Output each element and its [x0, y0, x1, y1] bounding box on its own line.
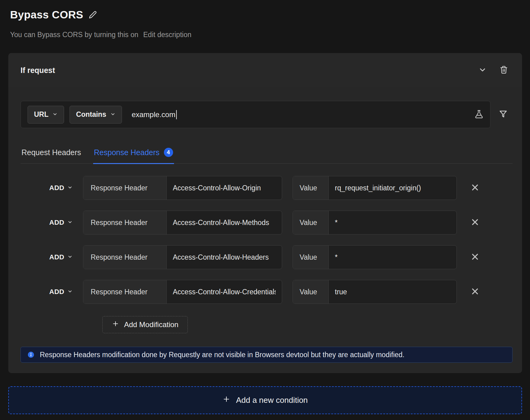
header-value-input[interactable]	[329, 246, 456, 269]
plus-icon	[222, 395, 230, 405]
add-modification-button[interactable]: Add Modification	[102, 316, 188, 333]
page-title: Bypass CORS	[10, 9, 83, 21]
add-new-condition-button[interactable]: Add a new condition	[8, 386, 522, 414]
response-headers-count-badge: 4	[164, 148, 173, 157]
source-url-input[interactable]: example.com	[132, 110, 177, 119]
filter-icon	[498, 109, 508, 120]
header-value-group: Value	[293, 245, 457, 269]
source-key-dropdown[interactable]: URL	[28, 106, 64, 124]
trash-icon	[500, 66, 508, 75]
header-value-input[interactable]	[329, 280, 456, 304]
response-header-label: Response Header	[83, 176, 167, 200]
flask-icon	[475, 110, 483, 120]
value-label: Value	[293, 211, 329, 234]
modification-action-dropdown[interactable]: ADD	[44, 184, 73, 192]
modification-action-label: ADD	[49, 253, 64, 261]
modification-row: ADD Response Header Value	[44, 280, 522, 304]
response-header-label: Response Header	[83, 246, 167, 269]
modification-row: ADD Response Header Value	[44, 245, 522, 269]
value-label: Value	[293, 246, 329, 269]
header-name-input[interactable]	[167, 211, 282, 234]
text-cursor	[176, 110, 177, 119]
chevron-down-icon	[67, 289, 73, 295]
header-name-group: Response Header	[83, 176, 282, 200]
header-name-input[interactable]	[167, 176, 282, 200]
add-new-condition-label: Add a new condition	[236, 395, 308, 405]
source-operator-dropdown[interactable]: Contains	[70, 106, 122, 124]
modification-action-dropdown[interactable]: ADD	[44, 253, 73, 261]
edit-title-pencil-icon[interactable]	[89, 11, 97, 19]
tab-request-headers[interactable]: Request Headers	[21, 148, 82, 164]
header-value-input[interactable]	[329, 176, 456, 200]
header-name-group: Response Header	[83, 280, 282, 304]
header-value-input[interactable]	[329, 211, 456, 234]
modification-action-label: ADD	[49, 288, 64, 296]
modification-action-label: ADD	[49, 219, 64, 227]
modification-action-label: ADD	[49, 184, 64, 192]
page-header: Bypass CORS You can Bypass CORS by turni…	[0, 0, 530, 39]
value-label: Value	[293, 176, 329, 200]
source-condition-bar: URL Contains example.com	[21, 101, 490, 128]
tab-label: Response Headers	[94, 148, 160, 157]
close-icon	[471, 253, 479, 262]
condition-card: If request URL	[8, 53, 522, 373]
add-modification-label: Add Modification	[124, 320, 178, 329]
headers-tabs: Request Headers Response Headers 4	[21, 148, 513, 164]
plus-icon	[112, 320, 119, 329]
modification-row: ADD Response Header Value	[44, 176, 522, 200]
header-value-group: Value	[293, 280, 457, 304]
edit-description-link[interactable]: Edit description	[143, 31, 191, 39]
modification-rows: ADD Response Header Value ADD Respon	[8, 176, 522, 304]
rule-description: You can Bypass CORS by turning this on	[10, 31, 138, 39]
modification-action-dropdown[interactable]: ADD	[44, 288, 73, 296]
header-name-group: Response Header	[83, 211, 282, 235]
remove-modification-button[interactable]	[471, 253, 479, 262]
remove-modification-button[interactable]	[471, 218, 479, 227]
header-name-input[interactable]	[167, 246, 282, 269]
source-key-label: URL	[34, 110, 48, 119]
chevron-down-icon	[52, 110, 58, 119]
response-header-label: Response Header	[83, 211, 167, 234]
modification-row: ADD Response Header Value	[44, 211, 522, 235]
info-icon	[28, 351, 34, 358]
collapse-condition-button[interactable]	[478, 66, 487, 75]
tab-label: Request Headers	[21, 148, 81, 157]
header-name-group: Response Header	[83, 245, 282, 269]
modification-action-dropdown[interactable]: ADD	[44, 219, 73, 227]
header-value-group: Value	[293, 176, 457, 200]
chevron-down-icon	[67, 220, 73, 226]
remove-modification-button[interactable]	[471, 287, 479, 296]
condition-card-header: If request	[8, 53, 522, 87]
close-icon	[471, 287, 479, 296]
header-value-group: Value	[293, 211, 457, 235]
close-icon	[471, 183, 479, 193]
chevron-down-icon	[67, 254, 73, 261]
info-banner: Response Headers modification done by Re…	[21, 347, 513, 363]
info-banner-text: Response Headers modification done by Re…	[40, 351, 404, 359]
source-filters-button[interactable]	[498, 109, 508, 120]
value-label: Value	[293, 280, 329, 304]
rule-editor-page: Bypass CORS You can Bypass CORS by turni…	[0, 0, 530, 420]
close-icon	[471, 218, 479, 227]
source-operator-label: Contains	[76, 110, 106, 119]
header-name-input[interactable]	[167, 280, 282, 304]
chevron-down-icon	[67, 185, 73, 191]
tab-response-headers[interactable]: Response Headers 4	[93, 148, 174, 164]
test-rule-button[interactable]	[475, 110, 483, 120]
chevron-down-icon	[110, 110, 115, 119]
delete-condition-button[interactable]	[500, 66, 508, 75]
response-header-label: Response Header	[83, 280, 167, 304]
chevron-down-icon	[478, 66, 487, 75]
if-request-label: If request	[21, 66, 55, 75]
remove-modification-button[interactable]	[471, 183, 479, 193]
source-condition-row: URL Contains example.com	[21, 101, 508, 128]
